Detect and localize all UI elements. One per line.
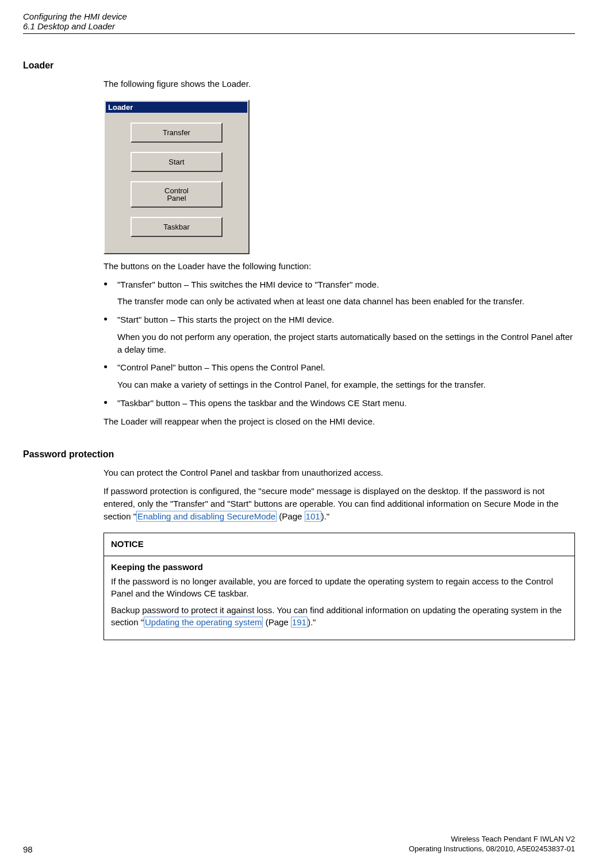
- loader-closing: The Loader will reappear when the projec…: [103, 415, 575, 428]
- loader-control-line2: Panel: [167, 194, 186, 202]
- list-item: "Start" button – This starts the project…: [103, 313, 575, 355]
- password-para2-end: ).": [321, 511, 330, 521]
- loader-bullet-list: "Transfer" button – This switches the HM…: [103, 278, 575, 410]
- loader-start-button[interactable]: Start: [131, 152, 223, 172]
- footer-docref: Operating Instructions, 08/2010, A5E0245…: [23, 844, 575, 854]
- bullet-main: "Control Panel" button – This opens the …: [117, 362, 325, 372]
- notice-text1: If the password is no longer available, …: [111, 575, 568, 599]
- notice-title: NOTICE: [111, 539, 568, 549]
- heading-loader: Loader: [23, 60, 598, 71]
- list-item: "Control Panel" button – This opens the …: [103, 361, 575, 391]
- header-chapter: Configuring the HMI device: [23, 12, 575, 21]
- loader-control-panel-button[interactable]: Control Panel: [131, 181, 223, 208]
- loader-window: Loader Transfer Start Control Panel Task…: [103, 100, 250, 254]
- list-item: "Taskbar" button – This opens the taskba…: [103, 397, 575, 410]
- bullet-sub: You can make a variety of settings in th…: [117, 378, 575, 391]
- loader-transfer-button[interactable]: Transfer: [131, 123, 223, 143]
- link-secure-mode[interactable]: Enabling and disabling SecureMode: [136, 511, 277, 522]
- bullet-sub: The transfer mode can only be activated …: [117, 295, 575, 308]
- notice-box: NOTICE Keeping the password If the passw…: [103, 533, 575, 640]
- notice-text2: Backup password to protect it against lo…: [111, 604, 568, 628]
- password-para2: If password protection is configured, th…: [103, 485, 575, 522]
- loader-intro: The following figure shows the Loader.: [103, 78, 575, 90]
- notice-text2-end: ).": [308, 617, 316, 627]
- loader-after-figure: The buttons on the Loader have the follo…: [103, 260, 575, 273]
- header-section: 6.1 Desktop and Loader: [23, 21, 575, 34]
- footer: Wireless Teach Pendant F IWLAN V2 Operat…: [0, 835, 598, 854]
- loader-taskbar-button[interactable]: Taskbar: [131, 217, 223, 237]
- bullet-main: "Taskbar" button – This opens the taskba…: [117, 398, 407, 408]
- password-para2-mid: (Page: [277, 511, 304, 521]
- bullet-main: "Start" button – This starts the project…: [117, 315, 334, 324]
- bullet-sub: When you do not perform any operation, t…: [117, 331, 575, 356]
- link-page-101[interactable]: 101: [305, 511, 321, 522]
- loader-window-title: Loader: [105, 101, 248, 113]
- list-item: "Transfer" button – This switches the HM…: [103, 278, 575, 308]
- link-page-191[interactable]: 191: [291, 617, 308, 628]
- link-updating-os[interactable]: Updating the operating system: [144, 617, 263, 628]
- notice-text2-mid: (Page: [263, 617, 290, 627]
- notice-subtitle: Keeping the password: [111, 562, 568, 572]
- footer-product: Wireless Teach Pendant F IWLAN V2: [23, 835, 575, 844]
- heading-password: Password protection: [23, 449, 598, 460]
- password-para1: You can protect the Control Panel and ta…: [103, 466, 575, 479]
- footer-page-number: 98: [23, 844, 33, 854]
- bullet-main: "Transfer" button – This switches the HM…: [117, 280, 379, 289]
